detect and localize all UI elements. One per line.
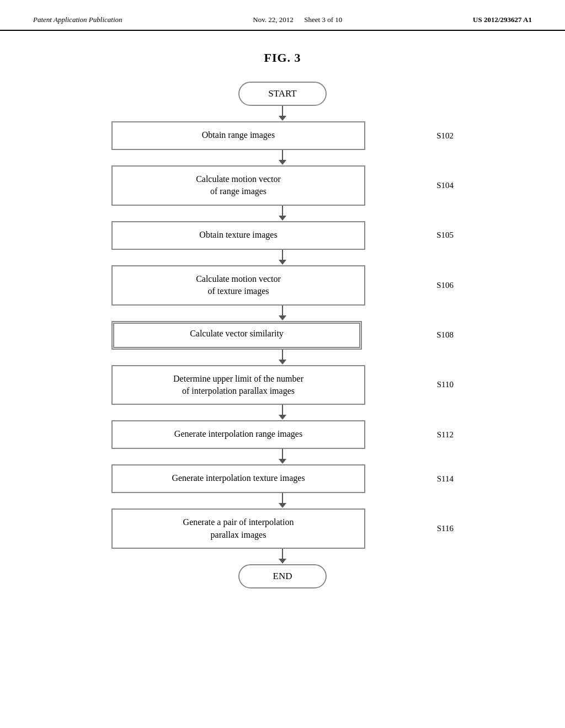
arrow-4 <box>156 306 409 321</box>
step-s108-label: S108 <box>436 330 454 340</box>
step-row-s102: Obtain range images S102 <box>111 121 454 150</box>
arrow-0 <box>156 106 409 121</box>
step-s116-box: Generate a pair of interpolation paralla… <box>111 508 365 549</box>
arrow-2 <box>156 206 409 221</box>
arrow-3 <box>156 250 409 265</box>
figure-title: FIG. 3 <box>0 51 565 65</box>
step-s108-box: Calculate vector similarity <box>111 321 362 350</box>
step-s112-box: Generate interpolation range images <box>111 420 365 449</box>
step-row-s112: Generate interpolation range images S112 <box>111 420 454 449</box>
header-date: Nov. 22, 2012 <box>253 15 294 24</box>
start-node: START <box>238 82 327 106</box>
step-row-s106: Calculate motion vector of texture image… <box>111 265 454 306</box>
step-s102-box: Obtain range images <box>111 121 365 150</box>
step-s110-box: Determine upper limit of the number of i… <box>111 365 365 405</box>
step-s102-label: S102 <box>436 131 454 141</box>
step-row-s114: Generate interpolation texture images S1… <box>111 464 454 493</box>
header-sheet: Sheet 3 of 10 <box>304 15 342 24</box>
step-row-s105: Obtain texture images S105 <box>111 221 454 250</box>
arrow-5 <box>156 350 409 365</box>
step-s105-label: S105 <box>436 231 454 240</box>
step-row-s110: Determine upper limit of the number of i… <box>111 365 454 405</box>
step-s114-label: S114 <box>437 474 454 484</box>
arrow-7 <box>156 449 409 464</box>
step-s105-box: Obtain texture images <box>111 221 365 250</box>
step-row-s108: Calculate vector similarity S108 <box>111 321 454 350</box>
arrow-9 <box>156 549 409 564</box>
step-s112-label: S112 <box>437 430 454 440</box>
step-s106-box: Calculate motion vector of texture image… <box>111 265 365 306</box>
page-header: Patent Application Publication Nov. 22, … <box>0 0 565 31</box>
arrow-1 <box>156 150 409 165</box>
step-s114-box: Generate interpolation texture images <box>111 464 365 493</box>
step-s104-label: S104 <box>436 181 454 190</box>
step-row-s104: Calculate motion vector of range images … <box>111 165 454 206</box>
header-center: Nov. 22, 2012 Sheet 3 of 10 <box>253 15 342 24</box>
step-row-s116: Generate a pair of interpolation paralla… <box>111 508 454 549</box>
arrow-6 <box>156 405 409 420</box>
step-s116-label: S116 <box>437 524 454 533</box>
step-s106-label: S106 <box>436 281 454 290</box>
step-s110-label: S110 <box>437 380 454 389</box>
flowchart: START Obtain range images S102 Calculate… <box>0 82 565 611</box>
header-right: US 2012/293627 A1 <box>473 15 532 24</box>
arrow-8 <box>156 493 409 508</box>
step-s104-box: Calculate motion vector of range images <box>111 165 365 206</box>
end-node: END <box>238 564 327 588</box>
header-left: Patent Application Publication <box>33 15 122 24</box>
